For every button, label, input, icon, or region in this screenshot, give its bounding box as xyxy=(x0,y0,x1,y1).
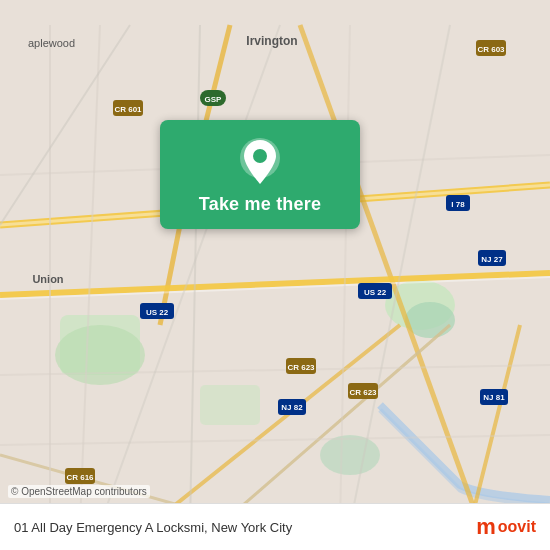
svg-text:CR 616: CR 616 xyxy=(66,473,94,482)
svg-text:NJ 82: NJ 82 xyxy=(281,403,303,412)
moovit-m-letter: m xyxy=(476,514,496,540)
take-me-there-button[interactable]: Take me there xyxy=(160,120,360,229)
svg-point-4 xyxy=(55,325,145,385)
map-container: US 22 US 22 NJ 82 NJ 81 CR 601 CR 603 CR… xyxy=(0,0,550,550)
bottom-bar: 01 All Day Emergency A Locksmi, New York… xyxy=(0,503,550,550)
svg-text:US 22: US 22 xyxy=(146,308,169,317)
map-svg: US 22 US 22 NJ 82 NJ 81 CR 601 CR 603 CR… xyxy=(0,0,550,550)
svg-text:NJ 27: NJ 27 xyxy=(481,255,503,264)
svg-text:CR 603: CR 603 xyxy=(477,45,505,54)
svg-point-56 xyxy=(253,149,267,163)
svg-rect-5 xyxy=(200,385,260,425)
svg-text:CR 601: CR 601 xyxy=(114,105,142,114)
location-text: 01 All Day Emergency A Locksmi, New York… xyxy=(14,520,476,535)
copyright-text: © OpenStreetMap contributors xyxy=(8,485,150,498)
svg-point-6 xyxy=(320,435,380,475)
moovit-logo: m oovit xyxy=(476,514,536,540)
moovit-rest-text: oovit xyxy=(498,518,536,536)
svg-text:GSP: GSP xyxy=(205,95,223,104)
svg-text:NJ 81: NJ 81 xyxy=(483,393,505,402)
svg-text:CR 623: CR 623 xyxy=(287,363,315,372)
map-pin-icon xyxy=(240,138,280,186)
svg-text:CR 623: CR 623 xyxy=(349,388,377,397)
svg-text:I 78: I 78 xyxy=(451,200,465,209)
svg-text:US 22: US 22 xyxy=(364,288,387,297)
svg-text:Union: Union xyxy=(32,273,63,285)
svg-text:Irvington: Irvington xyxy=(246,34,297,48)
take-me-there-label: Take me there xyxy=(199,194,321,215)
svg-text:aplewood: aplewood xyxy=(28,37,75,49)
